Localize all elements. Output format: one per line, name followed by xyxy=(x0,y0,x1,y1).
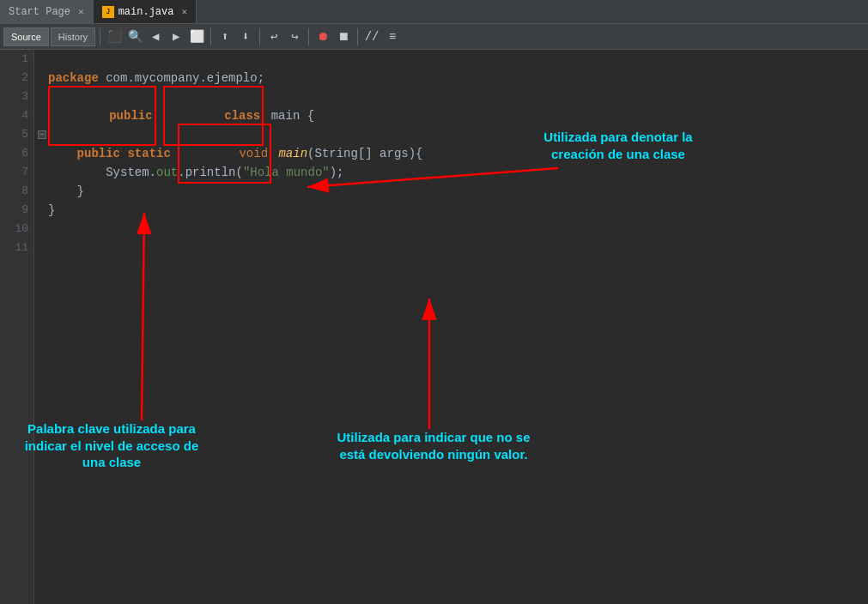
indent-7: System. xyxy=(48,163,156,182)
toolbar-icon-stop[interactable]: ⏹ xyxy=(334,27,353,46)
line-num-6: 6 xyxy=(0,144,28,163)
keyword-package: package xyxy=(48,69,106,88)
tab-main-java-close[interactable]: ✕ xyxy=(181,6,187,17)
history-button[interactable]: History xyxy=(51,27,95,46)
space-2 xyxy=(271,144,278,163)
tab-main-java[interactable]: J main.java ✕ xyxy=(94,0,197,23)
toolbar-icon-4[interactable]: ▶ xyxy=(167,27,185,46)
code-line-2: package com.mycompany.ejemplo; xyxy=(48,69,868,88)
java-file-icon: J xyxy=(102,6,114,18)
toolbar-separator-5 xyxy=(357,28,358,45)
tab-bar: Start Page ✕ J main.java ✕ xyxy=(0,0,868,24)
toolbar: Source History ⬛ 🔍 ◀ ▶ ⬜ ⬆ ⬇ ↩ ↪ ⏺ ⏹ // … xyxy=(0,24,868,50)
println-end: ); xyxy=(330,163,344,182)
toolbar-icon-3[interactable]: ◀ xyxy=(146,27,165,46)
toolbar-icon-uncomment[interactable]: ≡ xyxy=(383,27,402,46)
toolbar-separator-1 xyxy=(100,28,100,45)
toolbar-icon-9[interactable]: ↪ xyxy=(285,27,304,46)
toolbar-icon-7[interactable]: ⬇ xyxy=(236,27,255,46)
package-name: com.mycompany.ejemplo; xyxy=(106,69,264,88)
toolbar-icon-6[interactable]: ⬆ xyxy=(215,27,234,46)
toolbar-icon-comment[interactable]: // xyxy=(362,27,381,46)
keyword-void: void xyxy=(239,147,268,160)
code-line-9: } xyxy=(48,201,868,220)
source-button[interactable]: Source xyxy=(3,27,49,46)
println-call: .println xyxy=(178,163,235,182)
annotation-public-class: Utilizada para denotar la creación de un… xyxy=(524,129,713,162)
code-line-10 xyxy=(48,220,868,239)
line-num-11: 11 xyxy=(0,239,28,257)
line-num-5: 5 xyxy=(0,125,28,144)
line-num-10: 10 xyxy=(0,220,28,239)
keyword-static: static xyxy=(127,144,178,163)
line-num-7: 7 xyxy=(0,163,28,182)
toolbar-separator-2 xyxy=(210,28,211,45)
code-line-5: − xyxy=(48,125,868,144)
code-line-7: System. out .println ( "Hola mundo" ); xyxy=(48,163,868,182)
string-hola: "Hola mundo" xyxy=(243,163,330,182)
keyword-class: class xyxy=(224,109,260,123)
toolbar-icon-8[interactable]: ↩ xyxy=(264,27,283,46)
line-numbers: 1 2 3 4 5 6 7 8 9 10 11 xyxy=(0,50,34,604)
params: (String[] args){ xyxy=(307,144,422,163)
code-line-4: public class main { xyxy=(48,106,868,125)
tab-start-page-close[interactable]: ✕ xyxy=(78,6,84,17)
code-line-11 xyxy=(48,239,868,257)
class-name: main { xyxy=(264,106,314,125)
line-num-2: 2 xyxy=(0,69,28,88)
code-area[interactable]: package com.mycompany.ejemplo; public cl… xyxy=(34,50,868,604)
line-num-3: 3 xyxy=(0,88,28,106)
annotation-void: Utilizada para indicar que no se está de… xyxy=(335,429,532,462)
out-keyword: out xyxy=(156,163,178,182)
method-main: main xyxy=(278,144,307,163)
println-paren: ( xyxy=(235,163,242,182)
toolbar-icon-5[interactable]: ⬜ xyxy=(187,27,206,46)
toolbar-icon-record[interactable]: ⏺ xyxy=(313,27,332,46)
line-num-1: 1 xyxy=(0,50,28,69)
indent-8: } xyxy=(48,182,84,201)
keyword-public: public xyxy=(109,109,152,123)
collapse-icon[interactable]: − xyxy=(38,130,46,139)
tab-start-page-label: Start Page xyxy=(9,6,70,18)
closing-brace: } xyxy=(48,201,55,220)
toolbar-separator-4 xyxy=(308,28,309,45)
tab-start-page[interactable]: Start Page ✕ xyxy=(0,0,94,23)
line-num-8: 8 xyxy=(0,182,28,201)
annotation-public-kw: Palabra clave utilizada para indicar el … xyxy=(17,420,206,471)
space-1 xyxy=(156,106,163,125)
code-line-8: } xyxy=(48,182,868,201)
code-line-6: public static void main (String[] args){ xyxy=(48,144,868,163)
line-num-9: 9 xyxy=(0,201,28,220)
toolbar-icon-1[interactable]: ⬛ xyxy=(105,27,124,46)
toolbar-icon-2[interactable]: 🔍 xyxy=(125,27,144,46)
tab-main-java-label: main.java xyxy=(118,6,174,18)
code-line-1 xyxy=(48,50,868,69)
editor-container: 1 2 3 4 5 6 7 8 9 10 11 package com.myco… xyxy=(0,50,868,604)
toolbar-separator-3 xyxy=(259,28,260,45)
line-num-4: 4 xyxy=(0,106,28,125)
